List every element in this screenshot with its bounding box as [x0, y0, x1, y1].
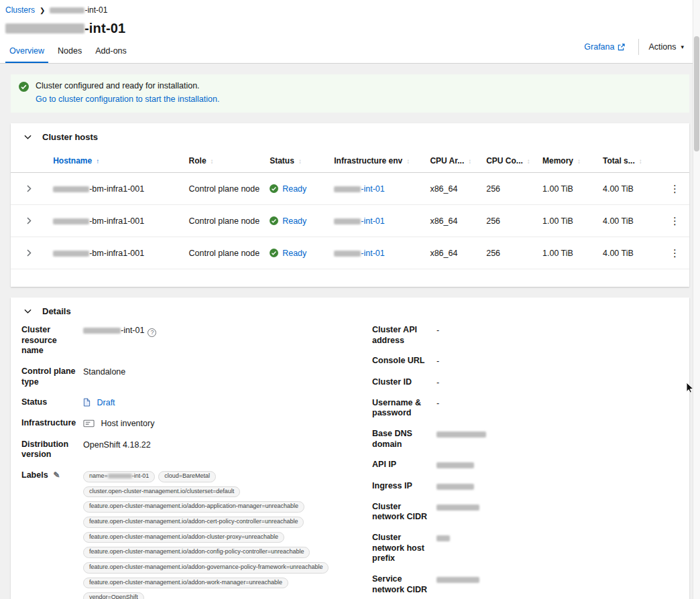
redacted-text: [436, 431, 486, 438]
infra-env-link[interactable]: -int-01: [334, 216, 384, 226]
detail-value: Host inventory: [83, 418, 154, 429]
redacted-text: [334, 186, 361, 192]
alert-configuration-link[interactable]: Go to cluster configuration to start the…: [36, 94, 219, 104]
column-header-cpu-co[interactable]: CPU Co...↕: [481, 149, 537, 173]
row-kebab-menu[interactable]: ⋮: [670, 216, 680, 226]
details-title: Details: [42, 306, 71, 316]
host-row: -bm-infra1-001Control plane nodeReady-in…: [11, 205, 689, 237]
column-header-status[interactable]: Status↕: [264, 149, 329, 173]
vertical-scrollbar[interactable]: [693, 0, 700, 599]
label-chip[interactable]: feature.open-cluster-management.io/addon…: [83, 562, 329, 574]
column-label: CPU Co...: [486, 156, 523, 165]
detail-row-cluster-api-address: Cluster API address-: [372, 325, 679, 346]
detail-value: OpenShift 4.18.22: [83, 440, 151, 460]
sort-icon[interactable]: ↕: [577, 157, 581, 165]
details-card: Details Cluster resource name -int-01? C…: [11, 297, 689, 599]
scrollbar-thumb[interactable]: [694, 36, 699, 151]
section-collapse-toggle[interactable]: [21, 308, 34, 315]
detail-label: Cluster resource name: [21, 325, 83, 356]
row-kebab-menu[interactable]: ⋮: [670, 184, 680, 194]
sort-icon[interactable]: ↕: [211, 157, 214, 165]
label-chip[interactable]: feature.open-cluster-management.io/addon…: [83, 578, 288, 589]
alert-title: Cluster configured and ready for install…: [36, 81, 219, 90]
sort-icon[interactable]: ↕: [639, 157, 642, 165]
status-cell: Ready: [264, 237, 329, 269]
section-collapse-toggle[interactable]: [21, 133, 34, 141]
actions-dropdown[interactable]: Actions ▾: [648, 42, 684, 52]
label-chip[interactable]: feature.open-cluster-management.io/addon…: [83, 517, 304, 528]
redacted-text: [53, 186, 89, 192]
cluster-hosts-card: Cluster hosts Hostname↑Role↕Status↕Infra…: [11, 123, 689, 287]
detail-row-status: Status Draft: [21, 397, 353, 408]
tab-add-ons[interactable]: Add-ons: [89, 40, 133, 63]
tab-nodes[interactable]: Nodes: [51, 40, 89, 63]
row-kebab-menu[interactable]: ⋮: [670, 248, 680, 258]
sort-icon[interactable]: ↕: [406, 157, 410, 165]
tab-overview[interactable]: Overview: [3, 40, 51, 63]
label-chip[interactable]: feature.open-cluster-management.io/addon…: [83, 501, 304, 513]
detail-row-control-plane-type: Control plane type Standalone: [21, 367, 353, 387]
redacted-text: [53, 251, 89, 257]
column-header-hostname[interactable]: Hostname↑: [48, 149, 183, 173]
column-header-infrastructure-env[interactable]: Infrastructure env↕: [329, 149, 424, 173]
detail-label: Service network CIDR: [372, 574, 436, 595]
cpu-count-cell: 256: [481, 173, 537, 205]
label-chip[interactable]: cluster.open-cluster-management.io/clust…: [83, 486, 240, 498]
redacted-text: [436, 462, 474, 468]
total-storage-cell: 4.00 TiB: [597, 205, 660, 237]
detail-row-api-ip: API IP: [372, 460, 679, 470]
detail-label: Infrastructure: [21, 418, 83, 429]
breadcrumb: Clusters ❯ -int-01: [5, 5, 684, 15]
detail-value: [436, 533, 450, 564]
label-chip[interactable]: vendor=OpenShift: [83, 592, 144, 599]
sort-icon[interactable]: ↑: [96, 157, 99, 165]
hosts-table-header-row: Hostname↑Role↕Status↕Infrastructure env↕…: [11, 149, 689, 173]
infra-env-link[interactable]: -int-01: [334, 249, 384, 258]
cpu-arch-cell: x86_64: [424, 173, 481, 205]
label-chips-container: name=-int-01cloud=BareMetalcluster.open-…: [83, 470, 353, 599]
row-expand-toggle[interactable]: [24, 247, 34, 259]
redacted-text: [50, 7, 84, 13]
column-label: Infrastructure env: [334, 156, 402, 165]
host-inventory-icon: [83, 419, 95, 427]
check-circle-icon: [270, 184, 278, 193]
label-chip[interactable]: feature.open-cluster-management.io/addon…: [83, 532, 284, 543]
detail-label: Control plane type: [21, 367, 83, 387]
page-content: Cluster configured and ready for install…: [0, 64, 700, 599]
infra-env-link[interactable]: -int-01: [334, 184, 384, 194]
status-ready-link[interactable]: Ready: [282, 184, 306, 194]
label-chip[interactable]: name=-int-01: [83, 471, 155, 482]
redacted-text: [436, 484, 474, 490]
status-ready-link[interactable]: Ready: [282, 249, 306, 258]
check-circle-icon: [270, 249, 278, 257]
breadcrumb-clusters-link[interactable]: Clusters: [5, 5, 35, 15]
detail-value: -: [436, 377, 439, 388]
memory-cell: 1.00 TiB: [537, 205, 597, 237]
label-chip[interactable]: cloud=BareMetal: [158, 471, 216, 482]
detail-label: API IP: [372, 460, 436, 470]
status-ready-link[interactable]: Ready: [282, 216, 306, 226]
sort-icon[interactable]: ↕: [298, 157, 302, 165]
label-chip[interactable]: feature.open-cluster-management.io/addon…: [83, 547, 310, 558]
details-right-column: Cluster API address-Console URL-Cluster …: [372, 325, 679, 599]
expand-column-header: [11, 149, 48, 173]
redacted-text: [436, 535, 450, 541]
column-header-total-s[interactable]: Total s...↕: [597, 149, 660, 173]
edit-pencil-icon[interactable]: ✎: [54, 470, 60, 480]
sort-icon[interactable]: ↕: [468, 157, 471, 165]
role-cell: Control plane node: [184, 173, 265, 205]
sort-icon[interactable]: ↕: [527, 157, 530, 165]
memory-cell: 1.00 TiB: [537, 237, 597, 269]
column-header-role[interactable]: Role↕: [184, 149, 265, 173]
row-expand-toggle[interactable]: [24, 215, 34, 226]
detail-value: -: [436, 325, 439, 346]
help-icon[interactable]: ?: [148, 328, 156, 337]
grafana-link[interactable]: Grafana: [584, 42, 629, 52]
row-expand-toggle[interactable]: [24, 183, 34, 194]
detail-value: [436, 481, 474, 492]
column-header-memory[interactable]: Memory↕: [537, 149, 597, 173]
detail-row-cluster-resource-name: Cluster resource name -int-01?: [21, 325, 353, 356]
cluster-resource-name-suffix: -int-01: [121, 326, 144, 335]
status-draft-link[interactable]: Draft: [97, 398, 115, 407]
column-header-cpu-ar[interactable]: CPU Ar...↕: [424, 149, 481, 173]
